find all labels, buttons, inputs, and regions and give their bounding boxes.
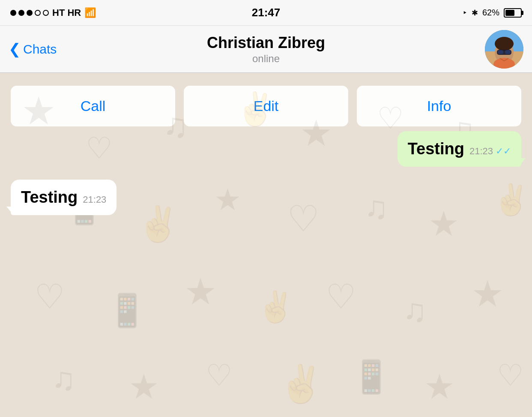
status-time: 21:47 (252, 6, 281, 19)
received-bubble-meta: 21:23 (83, 194, 106, 205)
status-bar: HT HR 📶 21:47 ‣ ✱ 62% (0, 0, 532, 26)
location-icon: ‣ (463, 8, 467, 18)
sent-bubble-meta: 21:23 ✓✓ (469, 146, 511, 157)
signal-dot-5 (43, 10, 49, 16)
info-button[interactable]: Info (357, 86, 521, 126)
call-label: Call (81, 98, 106, 114)
messages-container: Testing 21:23 ✓✓ Testing 21:23 (0, 123, 532, 417)
carrier-name: HT HR (52, 7, 81, 18)
back-chevron-icon: ❮ (9, 42, 21, 56)
back-button[interactable]: ❮ Chats (9, 42, 57, 57)
received-message-text: Testing (21, 188, 78, 207)
signal-dot-1 (10, 10, 16, 16)
wifi-icon: 📶 (84, 7, 96, 18)
received-bubble: Testing 21:23 (11, 180, 117, 215)
signal-dots (10, 10, 49, 16)
sent-message-time: 21:23 (469, 146, 493, 157)
contact-avatar[interactable] (485, 30, 523, 69)
contact-name: Christian Zibreg (207, 34, 325, 52)
call-button[interactable]: Call (11, 86, 175, 126)
bluetooth-icon: ✱ (472, 8, 478, 18)
edit-label: Edit (254, 98, 279, 114)
message-row-received: Testing 21:23 (11, 180, 521, 215)
chat-container: ★ ♡ ♫ ✌ ★ ♡ ♫ 📱 ✌ ★ ♡ ♫ ★ ✌ ♡ 📱 ★ ✌ ♡ ♫ … (0, 73, 532, 417)
received-message-time: 21:23 (83, 194, 106, 205)
sent-bubble: Testing 21:23 ✓✓ (398, 131, 521, 167)
signal-dot-4 (35, 10, 41, 16)
status-left: HT HR 📶 (10, 7, 96, 18)
message-row-sent: Testing 21:23 ✓✓ (11, 131, 521, 167)
read-ticks-icon: ✓✓ (496, 146, 511, 157)
sent-message-text: Testing (408, 140, 464, 158)
svg-point-3 (495, 37, 514, 51)
nav-header: ❮ Chats Christian Zibreg online (0, 26, 532, 73)
back-label: Chats (23, 42, 57, 57)
battery-percent: 62% (482, 8, 499, 18)
edit-button[interactable]: Edit (184, 86, 348, 126)
svg-rect-6 (505, 50, 511, 54)
status-right: ‣ ✱ 62% (463, 8, 522, 18)
contact-status: online (207, 53, 325, 65)
info-label: Info (427, 98, 451, 114)
signal-dot-2 (18, 10, 24, 16)
battery-icon (504, 8, 522, 18)
signal-dot-3 (27, 10, 33, 16)
svg-rect-5 (498, 50, 503, 54)
nav-center: Christian Zibreg online (207, 34, 325, 65)
battery-fill (505, 10, 514, 16)
